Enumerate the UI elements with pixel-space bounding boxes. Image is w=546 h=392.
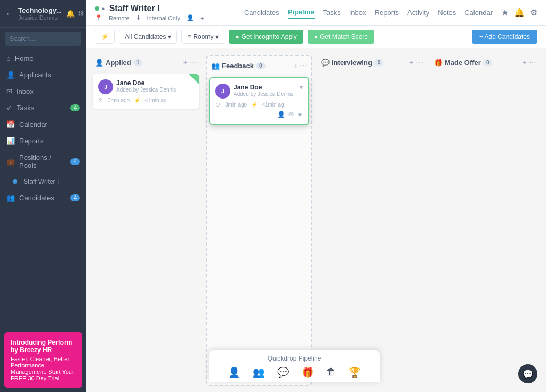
card-time: 3min ago <box>108 97 130 103</box>
home-icon: ⌂ <box>6 54 11 62</box>
sidebar-item-label: Applicants <box>19 71 51 79</box>
sidebar-item-inbox[interactable]: ✉ Inbox <box>0 83 86 100</box>
star-candidate-icon[interactable]: ★ <box>297 111 303 118</box>
star-icon[interactable]: ★ <box>501 7 509 18</box>
sidebar-item-staff-writer[interactable]: Staff Writer I <box>0 174 86 190</box>
feedback-add-icon[interactable]: + <box>293 61 298 70</box>
nav-inbox[interactable]: Inbox <box>349 6 366 19</box>
job-title: Staff Writer I <box>109 4 160 13</box>
quickdrop-group-icon[interactable]: 👥 <box>253 366 264 378</box>
get-match-score-button[interactable]: ● Get Match Score <box>308 30 374 44</box>
card-jane-feedback[interactable]: J Jane Doe Added by Jessica Dennis ▾ ⏱ 3… <box>209 77 309 125</box>
column-made-offer: 🎁 Made Offer 0 + ⋯ <box>432 55 539 386</box>
inbox-icon: ✉ <box>6 87 12 95</box>
status-dot <box>95 6 99 11</box>
column-applied: 👤 Applied 1 + ⋯ J <box>93 55 199 386</box>
column-interviewing: 💬 Interviewing 0 + ⋯ <box>319 55 425 386</box>
internal-only-label: Internal Only <box>147 15 180 21</box>
card-jane-applied[interactable]: J Jane Doe Added by Jessica Dennis ⏱ 3mi… <box>93 74 199 109</box>
feedback-more-icon[interactable]: ⋯ <box>300 61 307 70</box>
job-meta: 📍 Remote ⬇ Internal Only 👤 + <box>95 14 236 21</box>
interviewing-more-icon[interactable]: ⋯ <box>416 58 423 67</box>
quickdrop-trash-icon[interactable]: 🗑 <box>326 366 336 378</box>
card-header: J Jane Doe Added by Jessica Dennis ▾ <box>215 84 303 99</box>
sidebar-item-tasks[interactable]: ✓ Tasks 4 <box>0 100 86 116</box>
search-input[interactable] <box>5 32 81 46</box>
notification-icon[interactable]: 🔔 <box>66 10 75 18</box>
sidebar-item-positions-pools[interactable]: 💼 Positions / Pools 4 <box>0 149 86 174</box>
toolbar: ⚡ All Candidates ▾ ≡ Roomy ▾ ● Get Incog… <box>86 26 546 48</box>
chat-bubble[interactable]: 💬 <box>518 364 537 383</box>
bell-icon[interactable]: 🔔 <box>514 7 525 18</box>
sidebar-item-applicants[interactable]: 👤 Applicants <box>0 67 86 83</box>
nav-pipeline[interactable]: Pipeline <box>288 6 315 19</box>
sidebar-item-label: Calendar <box>19 120 47 128</box>
pipeline-board: 👤 Applied 1 + ⋯ J <box>86 48 546 392</box>
nav-tasks[interactable]: Tasks <box>323 6 341 19</box>
applicants-icon: 👤 <box>6 71 15 79</box>
sort-chevron-icon: ▾ <box>215 33 219 40</box>
sort-button[interactable]: ≡ Roomy ▾ <box>181 30 224 44</box>
quickdrop-icons: 👤 👥 💬 🎁 🗑 🏆 <box>218 366 371 378</box>
nav-candidates[interactable]: Candidates <box>244 6 279 19</box>
column-title-feedback: 👥 Feedback 0 <box>211 62 291 70</box>
interviewing-col-actions: + ⋯ <box>410 58 423 67</box>
staff-writer-dot <box>13 179 17 184</box>
card-name: Jane Doe <box>234 84 296 91</box>
get-incognito-apply-button[interactable]: ● Get Incognito Apply <box>229 30 303 44</box>
nav-activity[interactable]: Activity <box>407 6 429 19</box>
gear-icon[interactable]: ⚙ <box>530 7 537 18</box>
sidebar-item-reports[interactable]: 📊 Reports <box>0 133 86 149</box>
nav-calendar[interactable]: Calendar <box>464 6 493 19</box>
card-time: 3min ago <box>225 102 247 108</box>
applied-add-icon[interactable]: + <box>183 58 188 67</box>
location-icon: 📍 <box>95 14 102 21</box>
quickdrop-trophy-icon[interactable]: 🏆 <box>349 366 360 378</box>
top-nav: ● Staff Writer I 📍 Remote ⬇ Internal Onl… <box>86 0 546 26</box>
applied-more-icon[interactable]: ⋯ <box>190 58 197 67</box>
email-person-icon[interactable]: ✉ <box>288 111 294 118</box>
nav-reports[interactable]: Reports <box>375 6 399 19</box>
column-header-made-offer: 🎁 Made Offer 0 + ⋯ <box>432 55 539 70</box>
quickdrop-title: Quickdrop Pipeline <box>218 355 371 362</box>
filter-button[interactable]: ⚡ <box>95 30 115 44</box>
time-icon: ⏱ <box>215 102 221 108</box>
settings-icon[interactable]: ⚙ <box>78 10 84 18</box>
job-location: Remote <box>109 15 130 21</box>
quickdrop-person-icon[interactable]: 👤 <box>228 366 240 378</box>
move-person-icon[interactable]: 👤 <box>277 111 285 118</box>
quickdrop-chat-icon[interactable]: 💬 <box>277 366 289 378</box>
chat-icon: 💬 <box>523 369 533 379</box>
nav-notes[interactable]: Notes <box>438 6 456 19</box>
positions-icon: 💼 <box>6 158 15 166</box>
candidates-filter-label: All Candidates <box>125 33 166 40</box>
column-header-applied: 👤 Applied 1 + ⋯ <box>93 55 199 70</box>
back-button[interactable]: ← <box>5 9 14 19</box>
sidebar-item-home[interactable]: ⌂ Home <box>0 50 86 67</box>
sidebar-item-label: Inbox <box>17 87 34 95</box>
sidebar-item-calendar[interactable]: 📅 Calendar <box>0 116 86 133</box>
promo-banner[interactable]: Introducing Perform by Breezy HR Faster,… <box>4 332 82 388</box>
made-offer-more-icon[interactable]: ⋯ <box>529 58 536 67</box>
interviewing-add-icon[interactable]: + <box>410 58 414 67</box>
company-name: Technology... <box>18 6 62 14</box>
incognito-label: Get Incognito Apply <box>242 33 297 40</box>
incognito-icon: ● <box>235 33 239 40</box>
applied-column-body: J Jane Doe Added by Jessica Dennis ⏱ 3mi… <box>93 74 199 386</box>
quickdrop: Quickdrop Pipeline 👤 👥 💬 🎁 🗑 🏆 <box>209 350 380 382</box>
feedback-col-actions: + ⋯ <box>293 61 307 70</box>
feedback-count: 0 <box>256 62 266 69</box>
expand-icon[interactable]: ▾ <box>300 84 303 91</box>
sidebar-item-candidates[interactable]: 👥 Candidates 4 <box>0 190 86 206</box>
column-header-feedback: 👥 Feedback 0 + ⋯ <box>209 58 309 73</box>
main-content: ● Staff Writer I 📍 Remote ⬇ Internal Onl… <box>86 0 546 392</box>
candidates-filter-button[interactable]: All Candidates ▾ <box>119 30 177 44</box>
job-info: ● Staff Writer I 📍 Remote ⬇ Internal Onl… <box>95 4 236 21</box>
card-name: Jane Doe <box>116 79 176 87</box>
candidates-badge: 4 <box>70 194 80 201</box>
made-offer-add-icon[interactable]: + <box>523 58 527 67</box>
add-icon[interactable]: + <box>200 15 204 21</box>
column-title-applied: 👤 Applied 1 <box>95 59 181 67</box>
add-candidates-button[interactable]: + Add Candidates <box>472 30 537 44</box>
quickdrop-gift-icon[interactable]: 🎁 <box>302 366 314 378</box>
